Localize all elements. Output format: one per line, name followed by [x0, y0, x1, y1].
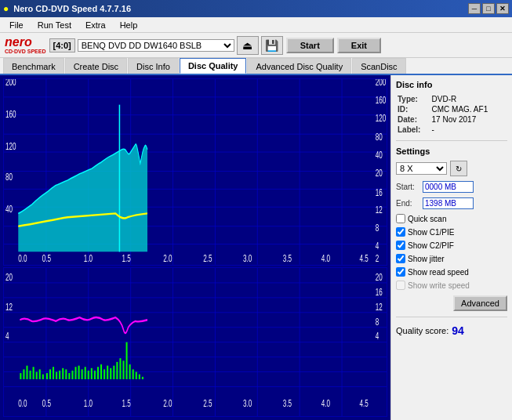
svg-text:200: 200: [376, 79, 387, 88]
svg-rect-93: [62, 368, 64, 378]
title-bar-controls: ─ □ ✕: [468, 3, 509, 14]
disc-label-row: Label: -: [396, 125, 507, 135]
svg-rect-101: [88, 371, 89, 379]
svg-text:1.5: 1.5: [122, 396, 130, 407]
start-button[interactable]: Start: [286, 38, 334, 53]
tab-create-disc[interactable]: Create Disc: [65, 58, 127, 74]
advanced-button[interactable]: Advanced: [453, 295, 507, 311]
svg-rect-109: [113, 365, 114, 378]
drive-dropdown[interactable]: BENQ DVD DD DW1640 BSLB: [78, 39, 234, 52]
window-title: Nero CD-DVD Speed 4.7.7.16: [13, 4, 131, 13]
tab-scan-disc[interactable]: ScanDisc: [352, 58, 405, 74]
show-c2-pif-row: Show C2/PIF: [396, 241, 507, 250]
quality-score-label: Quality score:: [396, 326, 448, 335]
svg-text:200: 200: [5, 79, 16, 88]
svg-text:40: 40: [5, 203, 13, 214]
svg-text:4.5: 4.5: [359, 396, 368, 407]
disc-type-value: DVD-R: [430, 94, 507, 104]
show-write-speed-checkbox: [396, 281, 405, 290]
svg-text:3.0: 3.0: [243, 396, 252, 407]
save-button[interactable]: 💾: [261, 36, 283, 55]
eject-button[interactable]: ⏏: [237, 36, 259, 55]
svg-rect-92: [59, 371, 60, 379]
show-c2-pif-label: Show C2/PIF: [408, 241, 454, 250]
svg-text:12: 12: [5, 300, 13, 311]
app-icon: ●: [3, 3, 9, 14]
svg-text:4.0: 4.0: [321, 396, 330, 407]
disc-date-value: 17 Nov 2017: [430, 114, 507, 125]
svg-text:4: 4: [376, 240, 379, 251]
bottom-chart: 20 16 12 8 4 20 12 4 0.0 0.5 1.0 1.5 2.0…: [4, 268, 387, 416]
show-read-speed-row: Show read speed: [396, 267, 507, 277]
minimize-button[interactable]: ─: [468, 3, 481, 14]
tabs-bar: Benchmark Create Disc Disc Info Disc Qua…: [0, 58, 512, 75]
svg-rect-80: [20, 373, 21, 379]
show-write-speed-row: Show write speed: [396, 281, 507, 290]
svg-rect-103: [94, 371, 96, 379]
svg-text:8: 8: [376, 315, 379, 326]
end-label: End:: [396, 199, 421, 208]
tab-advanced-disc-quality[interactable]: Advanced Disc Quality: [247, 58, 351, 74]
disc-date-label: Date:: [396, 114, 430, 125]
speed-dropdown[interactable]: 4 X8 X12 X16 X: [396, 162, 447, 175]
svg-text:4: 4: [376, 330, 379, 341]
svg-text:20: 20: [376, 167, 383, 178]
title-bar-left: ● Nero CD-DVD Speed 4.7.7.16: [3, 3, 131, 14]
show-jitter-checkbox[interactable]: [396, 254, 405, 263]
svg-text:1.0: 1.0: [84, 396, 93, 407]
chart-area: 200 160 120 80 40 20 16 12 8 4 2 200 160…: [0, 75, 390, 420]
svg-text:2.5: 2.5: [203, 396, 212, 407]
svg-text:16: 16: [376, 186, 383, 197]
svg-rect-89: [49, 369, 51, 379]
show-read-speed-checkbox[interactable]: [396, 267, 405, 277]
svg-rect-100: [85, 367, 86, 379]
svg-rect-86: [39, 369, 41, 379]
end-mb-field: End:: [396, 197, 507, 209]
show-c1-pie-row: Show C1/PIE: [396, 227, 507, 237]
disc-label-label: Label:: [396, 125, 430, 135]
disc-info-label: Disc info: [396, 80, 507, 89]
exit-button[interactable]: Exit: [337, 38, 381, 53]
svg-text:16: 16: [376, 285, 383, 296]
refresh-button[interactable]: ↻: [450, 161, 467, 176]
svg-rect-95: [68, 373, 70, 379]
disc-date-row: Date: 17 Nov 2017: [396, 114, 507, 125]
start-input[interactable]: [423, 181, 474, 193]
svg-rect-84: [33, 367, 34, 379]
svg-text:0.5: 0.5: [42, 252, 51, 263]
menu-help[interactable]: Help: [114, 19, 144, 31]
svg-rect-83: [30, 371, 31, 379]
svg-rect-115: [133, 369, 134, 379]
svg-rect-87: [42, 374, 44, 378]
disc-id-label: ID:: [396, 104, 430, 114]
svg-rect-96: [71, 371, 73, 379]
close-button[interactable]: ✕: [496, 3, 509, 14]
tab-disc-info[interactable]: Disc Info: [128, 58, 179, 74]
quick-scan-checkbox[interactable]: [396, 214, 405, 223]
svg-text:1.5: 1.5: [122, 252, 130, 263]
tab-benchmark[interactable]: Benchmark: [3, 58, 64, 74]
svg-text:2: 2: [376, 252, 379, 263]
show-c1-pie-checkbox[interactable]: [396, 227, 405, 237]
svg-rect-98: [78, 365, 80, 378]
toolbar: nero CD·DVD SPEED [4:0] BENQ DVD DD DW16…: [0, 33, 512, 58]
menu-run-test[interactable]: Run Test: [31, 19, 78, 31]
svg-rect-107: [107, 365, 108, 378]
end-input[interactable]: [423, 197, 474, 209]
svg-text:20: 20: [5, 271, 13, 282]
menu-file[interactable]: File: [3, 19, 30, 31]
title-bar: ● Nero CD-DVD Speed 4.7.7.16 ─ □ ✕: [0, 0, 512, 17]
svg-rect-106: [103, 369, 105, 379]
disc-type-label: Type:: [396, 94, 430, 104]
show-c2-pif-checkbox[interactable]: [396, 241, 405, 250]
nero-logo-text: nero: [5, 36, 46, 49]
disc-id-row: ID: CMC MAG. AF1: [396, 104, 507, 114]
right-panel: Disc info Type: DVD-R ID: CMC MAG. AF1 D…: [390, 75, 512, 420]
quick-scan-row: Quick scan: [396, 214, 507, 223]
nero-sub-text: CD·DVD SPEED: [5, 49, 46, 54]
menu-extra[interactable]: Extra: [79, 19, 112, 31]
maximize-button[interactable]: □: [482, 3, 495, 14]
svg-rect-110: [116, 362, 118, 379]
svg-rect-88: [46, 373, 48, 379]
tab-disc-quality[interactable]: Disc Quality: [180, 58, 247, 74]
